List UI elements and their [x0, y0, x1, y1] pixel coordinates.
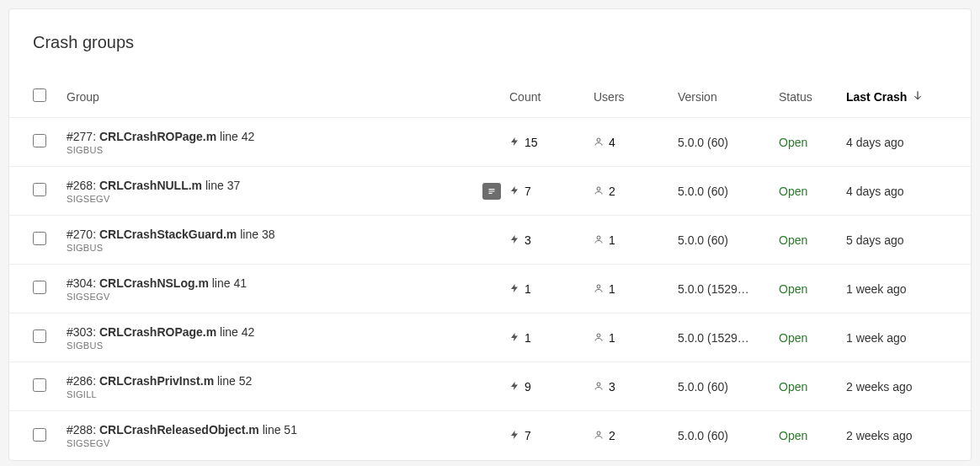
- group-cell: #286: CRLCrashPrivInst.m line 52 SIGILL: [67, 374, 501, 399]
- bolt-icon: [509, 233, 519, 247]
- user-icon: [594, 331, 604, 345]
- column-header-group[interactable]: Group: [67, 90, 99, 104]
- version-value: 5.0.0 (60): [678, 380, 728, 394]
- select-row-checkbox[interactable]: [33, 329, 46, 343]
- select-row-checkbox[interactable]: [33, 428, 46, 442]
- select-row-checkbox[interactable]: [33, 378, 46, 392]
- crash-id: #304:: [67, 276, 96, 290]
- crash-signal: SIGILL: [67, 389, 501, 399]
- column-header-last-crash-label: Last Crash: [846, 90, 907, 104]
- crash-file: CRLCrashROPage.m: [99, 325, 216, 339]
- crash-file: CRLCrashPrivInst.m: [99, 374, 214, 388]
- crash-location: line 42: [220, 325, 254, 339]
- crash-location: line 37: [205, 179, 240, 192]
- crash-signal: SIGBUS: [67, 145, 501, 155]
- crash-signal: SIGSEGV: [67, 194, 476, 204]
- sort-desc-icon: [912, 89, 924, 104]
- crash-location: line 41: [212, 276, 247, 290]
- group-cell: #303: CRLCrashROPage.m line 42 SIGBUS: [67, 325, 501, 351]
- last-crash-value: 2 weeks ago: [846, 380, 913, 394]
- user-icon: [594, 185, 604, 198]
- status-value: Open: [779, 136, 807, 149]
- table-row[interactable]: #277: CRLCrashROPage.m line 42 SIGBUS 15: [9, 118, 971, 167]
- crash-location: line 42: [220, 130, 254, 143]
- crash-id: #268:: [67, 179, 96, 192]
- svg-point-0: [597, 138, 600, 142]
- count-value: 9: [525, 380, 531, 394]
- column-header-count[interactable]: Count: [509, 90, 541, 104]
- status-value: Open: [779, 233, 807, 247]
- select-row-checkbox[interactable]: [33, 183, 46, 196]
- column-header-users[interactable]: Users: [594, 90, 625, 104]
- crash-location: line 51: [263, 423, 297, 437]
- select-row-checkbox[interactable]: [33, 134, 46, 147]
- last-crash-value: 2 weeks ago: [846, 429, 913, 442]
- users-value: 1: [609, 233, 615, 247]
- bolt-icon: [509, 136, 519, 149]
- last-crash-value: 4 days ago: [846, 185, 904, 198]
- version-value: 5.0.0 (60): [678, 185, 728, 198]
- user-icon: [594, 282, 604, 296]
- count-value: 1: [525, 331, 531, 345]
- bolt-icon: [509, 331, 519, 345]
- version-value: 5.0.0 (60): [678, 233, 728, 247]
- last-crash-value: 1 week ago: [846, 331, 907, 345]
- table-header-row: Group Count Users Version Status Last Cr…: [9, 76, 971, 118]
- svg-point-2: [597, 187, 600, 190]
- crash-file: CRLCrashStackGuard.m: [99, 228, 237, 241]
- count-value: 7: [525, 185, 531, 198]
- bolt-icon: [509, 380, 519, 394]
- user-icon: [594, 233, 604, 247]
- svg-point-6: [597, 383, 600, 386]
- status-value: Open: [779, 331, 807, 345]
- status-value: Open: [779, 282, 807, 296]
- svg-point-7: [597, 431, 600, 435]
- user-icon: [594, 380, 604, 394]
- table-row[interactable]: #288: CRLCrashReleasedObject.m line 51 S…: [9, 411, 971, 460]
- crash-signal: SIGSEGV: [67, 438, 501, 448]
- column-header-version[interactable]: Version: [678, 90, 717, 104]
- column-header-status[interactable]: Status: [779, 90, 812, 104]
- crash-groups-table: Group Count Users Version Status Last Cr…: [9, 76, 971, 460]
- select-row-checkbox[interactable]: [33, 232, 46, 245]
- table-row[interactable]: #270: CRLCrashStackGuard.m line 38 SIGBU…: [9, 216, 971, 265]
- card-title: Crash groups: [9, 9, 971, 52]
- crash-file: CRLCrashROPage.m: [99, 130, 216, 143]
- crash-file: CRLCrashNULL.m: [99, 179, 202, 192]
- version-value: 5.0.0 (60): [678, 136, 728, 149]
- column-header-last-crash[interactable]: Last Crash: [846, 89, 924, 104]
- group-cell: #270: CRLCrashStackGuard.m line 38 SIGBU…: [67, 228, 501, 253]
- svg-point-5: [597, 334, 600, 337]
- user-icon: [594, 136, 604, 149]
- version-value: 5.0.0 (1529…: [678, 282, 749, 296]
- crash-id: #288:: [67, 423, 96, 437]
- count-value: 7: [525, 429, 531, 442]
- crash-groups-card: Crash groups Group Count Users Version S…: [8, 8, 972, 461]
- version-value: 5.0.0 (1529…: [678, 331, 749, 345]
- table-row[interactable]: #303: CRLCrashROPage.m line 42 SIGBUS 1: [9, 313, 971, 362]
- crash-id: #277:: [67, 130, 96, 143]
- user-icon: [594, 429, 604, 442]
- crash-location: line 52: [217, 374, 252, 388]
- crash-location: line 38: [240, 228, 274, 241]
- table-row[interactable]: #286: CRLCrashPrivInst.m line 52 SIGILL …: [9, 362, 971, 411]
- crash-signal: SIGSEGV: [67, 292, 501, 302]
- table-row[interactable]: #304: CRLCrashNSLog.m line 41 SIGSEGV 1: [9, 265, 971, 313]
- last-crash-value: 4 days ago: [846, 136, 904, 149]
- note-icon: [482, 183, 501, 200]
- crash-signal: SIGBUS: [67, 340, 501, 351]
- version-value: 5.0.0 (60): [678, 429, 728, 442]
- bolt-icon: [509, 429, 519, 442]
- last-crash-value: 1 week ago: [846, 282, 907, 296]
- table-row[interactable]: #268: CRLCrashNULL.m line 37 SIGSEGV 7: [9, 167, 971, 216]
- status-value: Open: [779, 429, 807, 442]
- last-crash-value: 5 days ago: [846, 233, 904, 247]
- count-value: 1: [525, 282, 531, 296]
- status-value: Open: [779, 380, 807, 394]
- select-all-checkbox[interactable]: [33, 88, 46, 102]
- count-value: 15: [525, 136, 538, 149]
- select-row-checkbox[interactable]: [33, 281, 46, 294]
- group-cell: #288: CRLCrashReleasedObject.m line 51 S…: [67, 423, 501, 448]
- users-value: 1: [609, 282, 615, 296]
- users-value: 2: [609, 429, 615, 442]
